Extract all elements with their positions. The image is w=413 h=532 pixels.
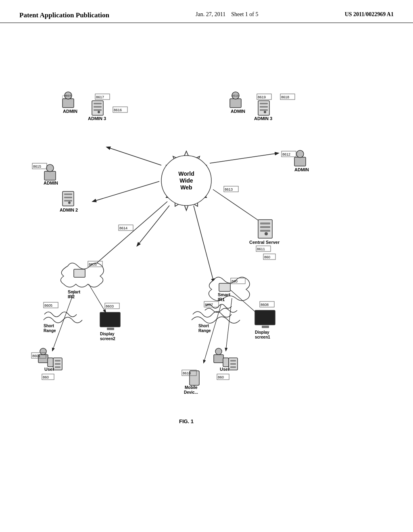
svg-rect-38 xyxy=(64,193,72,195)
date-sheet: Jan. 27, 2011 Sheet 1 of 5 xyxy=(196,11,258,18)
svg-rect-64 xyxy=(48,358,53,367)
svg-point-72 xyxy=(215,348,222,355)
node-860c-id: 860 xyxy=(218,375,224,379)
node-8615-id: 8615 xyxy=(33,164,41,168)
svg-line-82 xyxy=(89,284,106,312)
svg-rect-71 xyxy=(214,355,223,363)
svg-line-84 xyxy=(226,298,232,351)
svg-rect-60 xyxy=(262,326,269,328)
short-range-right-label2: Range xyxy=(198,328,211,333)
svg-rect-77 xyxy=(230,366,236,368)
node-8616-label: ADMIN 3 xyxy=(88,116,106,121)
www-label-world: World xyxy=(178,170,194,177)
node-8617-label: ADMIN xyxy=(63,109,77,114)
svg-rect-68 xyxy=(55,366,60,368)
display-screen1-label2: screen1 xyxy=(255,335,270,339)
short-range-left-label1: Short xyxy=(44,324,54,328)
short-range-left-label2: Range xyxy=(44,328,56,333)
svg-rect-16 xyxy=(94,106,102,108)
svg-rect-79 xyxy=(190,371,199,385)
svg-rect-75 xyxy=(230,360,236,362)
smart-ir1-id: 860 xyxy=(232,279,238,283)
svg-rect-15 xyxy=(94,103,102,104)
node-8619-id: 8619 xyxy=(258,95,266,99)
svg-point-63 xyxy=(40,348,46,355)
user-right-label: User xyxy=(220,367,230,372)
svg-rect-66 xyxy=(55,360,60,362)
display-screen2-label: Display xyxy=(100,332,115,336)
smart-ir1-label: Smart xyxy=(218,292,231,297)
svg-rect-59 xyxy=(255,310,275,325)
svg-rect-76 xyxy=(230,363,236,365)
svg-line-4 xyxy=(194,206,214,282)
node-8601-id: 8601 xyxy=(32,354,40,358)
page-header: Patent Application Publication Jan. 27, … xyxy=(0,0,413,23)
short-range-right-id: 8607 xyxy=(205,303,213,307)
short-range-left-id: 8605 xyxy=(44,303,52,308)
node-8612-label: ADMIN xyxy=(294,167,309,172)
diagram: World Wide Web 8617 ADMIN 8617 ADMIN 3 8… xyxy=(0,32,413,524)
svg-text:8617: 8617 xyxy=(64,94,71,98)
svg-rect-55 xyxy=(100,312,120,327)
node-8619-label: ADMIN xyxy=(231,109,245,114)
svg-rect-56 xyxy=(107,328,114,330)
node-8616-id: 8616 xyxy=(114,108,122,112)
svg-rect-44 xyxy=(260,222,270,224)
www-label-wide: Wide xyxy=(179,177,193,184)
node-8611-id: 8611 xyxy=(257,247,265,251)
svg-rect-26 xyxy=(260,106,268,108)
svg-rect-73 xyxy=(223,358,229,367)
smart-ir2-id: 8605 xyxy=(89,262,97,266)
publication-title: Patent Application Publication xyxy=(19,11,109,19)
node-8614-id: 8614 xyxy=(119,226,127,230)
node-8612-id: 8612 xyxy=(282,152,290,156)
svg-rect-25 xyxy=(260,103,268,104)
svg-point-47 xyxy=(265,232,268,235)
svg-rect-43 xyxy=(258,220,272,238)
smart-ir1-label2: IR1 xyxy=(218,297,225,302)
svg-rect-39 xyxy=(64,197,72,198)
central-server-label: Central Server xyxy=(249,240,280,245)
www-label-web: Web xyxy=(180,184,192,191)
svg-rect-17 xyxy=(94,109,102,111)
svg-point-18 xyxy=(98,111,100,113)
svg-rect-50 xyxy=(219,283,230,291)
node-8610-id: 8610 xyxy=(183,371,191,375)
node-8615-label: ADMIN xyxy=(44,181,58,185)
node-860a-id: 860 xyxy=(264,255,270,259)
svg-rect-9 xyxy=(63,99,74,108)
svg-rect-27 xyxy=(260,109,268,111)
node-admin2-label: ADMIN 2 xyxy=(60,208,78,212)
svg-point-41 xyxy=(68,202,71,204)
svg-point-31 xyxy=(296,150,304,158)
mobile-label: Mobile xyxy=(185,385,198,390)
svg-line-0 xyxy=(107,147,161,165)
short-range-right-label1: Short xyxy=(198,324,209,328)
display2-id: 8603 xyxy=(106,304,114,308)
svg-rect-20 xyxy=(230,99,241,108)
svg-line-1 xyxy=(210,153,278,163)
svg-line-85 xyxy=(52,290,75,351)
svg-line-5 xyxy=(89,202,167,270)
svg-rect-30 xyxy=(294,157,306,166)
svg-point-35 xyxy=(46,164,54,172)
svg-rect-34 xyxy=(44,171,56,180)
svg-rect-40 xyxy=(64,200,72,202)
svg-line-2 xyxy=(93,181,159,202)
display-screen2-label2: screen2 xyxy=(100,337,115,341)
display-screen1-label: Display xyxy=(255,330,269,335)
svg-rect-67 xyxy=(55,363,60,365)
mobile-label2: Devic... xyxy=(184,390,198,395)
svg-text:8619: 8619 xyxy=(232,94,239,98)
svg-line-6 xyxy=(137,206,169,246)
svg-rect-52 xyxy=(74,269,85,277)
smart-ir2-label2: IR2 xyxy=(68,294,75,299)
figure-label: FIG. 1 xyxy=(179,418,194,424)
node-8617-id: 8617 xyxy=(96,95,104,99)
user-left-label: User xyxy=(44,367,54,372)
patent-number: US 2011/0022969 A1 xyxy=(345,11,394,18)
node-860b-id: 860 xyxy=(43,375,49,379)
display1-id: 8608 xyxy=(261,303,269,307)
svg-point-28 xyxy=(264,111,266,113)
node-8618-id: 8618 xyxy=(281,95,289,99)
